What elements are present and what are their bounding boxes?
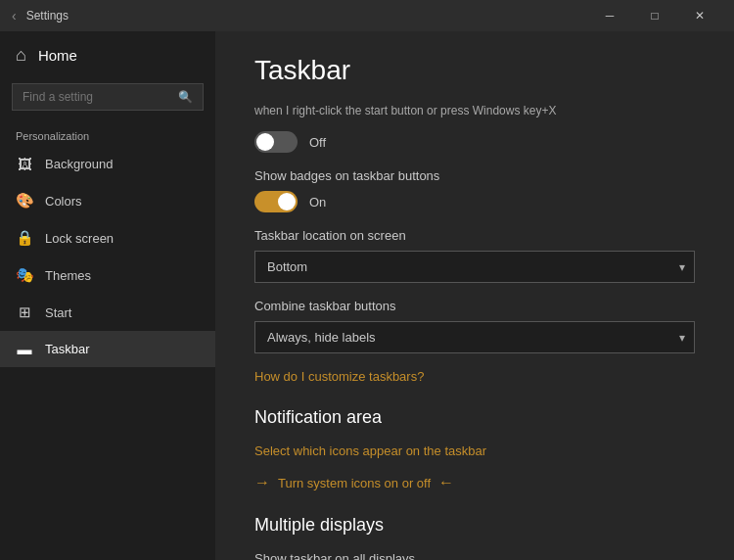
- sidebar-taskbar-label: Taskbar: [45, 342, 90, 356]
- back-button[interactable]: ‹: [12, 8, 17, 23]
- window-controls: ─ □ ✕: [587, 0, 722, 31]
- toggle1[interactable]: [254, 131, 298, 153]
- sidebar-themes-label: Themes: [45, 268, 91, 283]
- combine-dropdown-wrapper: Always, hide labels When taskbar is full…: [254, 321, 695, 353]
- toggle2-row: On: [254, 191, 695, 212]
- sidebar-background-label: Background: [45, 157, 113, 171]
- start-icon: ⊞: [16, 303, 33, 321]
- sidebar-item-background[interactable]: 🖼 Background: [0, 146, 215, 182]
- location-label: Taskbar location on screen: [254, 228, 695, 243]
- sidebar: ⌂ Home 🔍 Personalization 🖼 Background 🎨 …: [0, 31, 215, 560]
- page-title: Taskbar: [254, 31, 695, 102]
- window-title: Settings: [26, 9, 587, 23]
- customize-link[interactable]: How do I customize taskbars?: [254, 369, 695, 384]
- arrow-left-icon: ←: [438, 474, 454, 491]
- location-dropdown[interactable]: Bottom Top Left Right: [254, 251, 695, 283]
- themes-icon: 🎭: [16, 266, 33, 284]
- toggle1-label: Off: [309, 135, 326, 150]
- sidebar-item-taskbar[interactable]: ▬ Taskbar: [0, 331, 215, 367]
- sidebar-colors-label: Colors: [45, 194, 82, 209]
- all-displays-label: Show taskbar on all displays: [254, 551, 695, 560]
- sidebar-start-label: Start: [45, 305, 71, 320]
- sidebar-item-home[interactable]: ⌂ Home: [0, 31, 215, 79]
- sidebar-item-colors[interactable]: 🎨 Colors: [0, 182, 215, 219]
- colors-icon: 🎨: [16, 192, 33, 210]
- search-input[interactable]: [23, 90, 170, 104]
- sidebar-item-themes[interactable]: 🎭 Themes: [0, 257, 215, 294]
- notification-heading: Notification area: [254, 407, 695, 428]
- search-box[interactable]: 🔍: [12, 83, 204, 111]
- home-label: Home: [38, 47, 77, 64]
- toggle2[interactable]: [254, 191, 298, 212]
- combine-label: Combine taskbar buttons: [254, 299, 695, 313]
- turn-system-row: → Turn system icons on or off ←: [254, 474, 695, 491]
- combine-dropdown[interactable]: Always, hide labels When taskbar is full…: [254, 321, 695, 353]
- background-icon: 🖼: [16, 156, 33, 172]
- toggle2-label: On: [309, 195, 326, 210]
- arrow-right-icon: →: [254, 474, 270, 491]
- lockscreen-icon: 🔒: [16, 229, 33, 247]
- sidebar-item-lockscreen[interactable]: 🔒 Lock screen: [0, 219, 215, 257]
- location-dropdown-wrapper: Bottom Top Left Right ▾: [254, 251, 695, 283]
- search-icon: 🔍: [178, 90, 193, 104]
- toggle1-row: Off: [254, 131, 695, 153]
- close-button[interactable]: ✕: [677, 0, 722, 31]
- badges-label: Show badges on taskbar buttons: [254, 168, 695, 183]
- personalization-label: Personalization: [0, 122, 215, 146]
- home-icon: ⌂: [16, 45, 26, 66]
- turn-system-link[interactable]: Turn system icons on or off: [278, 476, 431, 490]
- multiple-heading: Multiple displays: [254, 515, 695, 536]
- title-bar: ‹ Settings ─ □ ✕: [0, 0, 734, 31]
- top-description: when I right-click the start button or p…: [254, 102, 695, 119]
- maximize-button[interactable]: □: [632, 0, 677, 31]
- content-area: Taskbar when I right-click the start but…: [215, 31, 734, 560]
- notification-link[interactable]: Select which icons appear on the taskbar: [254, 443, 695, 458]
- sidebar-lockscreen-label: Lock screen: [45, 231, 114, 246]
- sidebar-item-start[interactable]: ⊞ Start: [0, 294, 215, 331]
- taskbar-icon: ▬: [16, 341, 33, 357]
- minimize-button[interactable]: ─: [587, 0, 632, 31]
